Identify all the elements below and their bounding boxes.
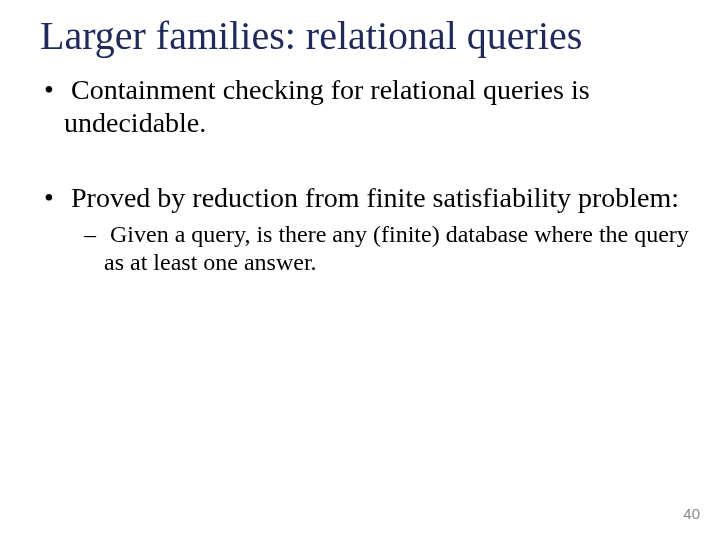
bullet-2: Proved by reduction from finite satisfia…	[30, 181, 690, 214]
slide-body: Containment checking for relational quer…	[0, 73, 720, 277]
bullet-2-sub-1: Given a query, is there any (finite) dat…	[30, 220, 690, 277]
slide-title: Larger families: relational queries	[0, 10, 720, 73]
bullet-2-sub-1-text: Given a query, is there any (finite) dat…	[104, 221, 689, 275]
bullet-1: Containment checking for relational quer…	[30, 73, 690, 139]
bullet-1-text: Containment checking for relational quer…	[64, 74, 590, 138]
bullet-2-text: Proved by reduction from finite satisfia…	[71, 182, 679, 213]
page-number: 40	[683, 505, 700, 522]
